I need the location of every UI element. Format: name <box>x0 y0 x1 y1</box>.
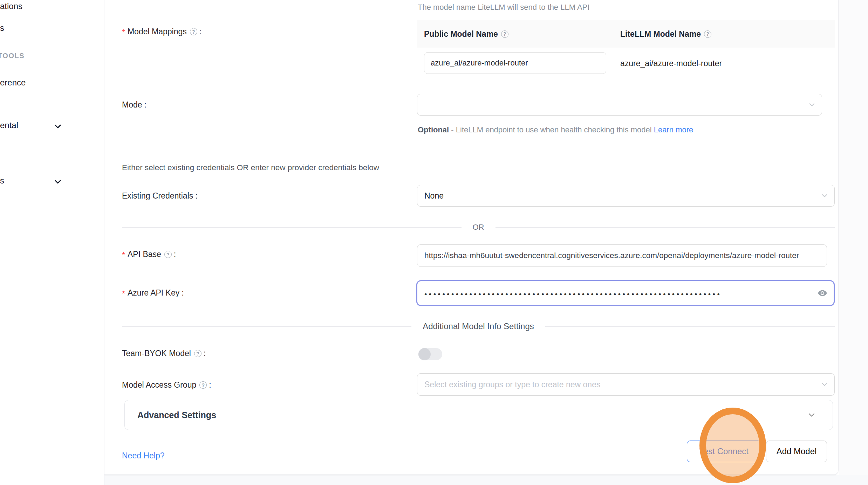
toggle-knob <box>418 348 431 360</box>
chevron-down-icon <box>808 101 816 109</box>
learn-more-link[interactable]: Learn more <box>654 125 693 134</box>
colon: : <box>144 100 146 110</box>
colon: : <box>174 250 176 259</box>
mode-label: Mode : <box>122 100 146 110</box>
colon: : <box>182 288 184 298</box>
additional-settings-divider: Additional Model Info Settings <box>122 321 835 331</box>
api-base-value: https://ishaa-mh6uutut-swedencentral.cog… <box>424 251 799 260</box>
mode-help-bold: Optional <box>418 125 449 134</box>
required-marker: * <box>122 27 125 37</box>
or-divider: OR <box>122 223 835 232</box>
colon: : <box>209 380 211 390</box>
litellm-model-name-value: azure_ai/azure-model-router <box>620 48 722 79</box>
azure-api-key-label-text: Azure API Key <box>128 288 179 298</box>
sidebar: ations s TOOLS erence ental s <box>0 0 104 485</box>
model-mappings-label: * Model Mappings ? : <box>122 27 201 37</box>
add-model-form: The model name LiteLLM will send to the … <box>104 0 839 475</box>
public-model-name-input[interactable] <box>424 52 606 74</box>
help-question-icon[interactable]: ? <box>501 30 508 38</box>
model-access-group-label: Model Access Group ? : <box>122 380 211 390</box>
sidebar-item-3-label: erence <box>0 78 26 87</box>
model-mappings-label-text: Model Mappings <box>128 27 187 36</box>
divider-line <box>122 227 462 228</box>
api-base-input[interactable]: https://ishaa-mh6uutut-swedencentral.cog… <box>417 244 827 267</box>
mode-help-body: - LiteLLM endpoint to use when health ch… <box>449 125 654 134</box>
team-byok-toggle[interactable] <box>418 348 442 360</box>
help-question-icon[interactable]: ? <box>190 28 197 35</box>
advanced-settings-panel[interactable]: Advanced Settings <box>124 400 833 430</box>
team-byok-label: Team-BYOK Model ? : <box>122 349 206 358</box>
existing-credentials-value: None <box>424 191 444 201</box>
sidebar-item-2[interactable]: s <box>0 23 4 33</box>
colon: : <box>195 191 197 201</box>
api-base-label-text: API Base <box>128 250 161 259</box>
divider-line <box>545 326 835 327</box>
mappings-table-row: azure_ai/azure-model-router <box>417 48 835 79</box>
chevron-down-icon <box>820 192 829 200</box>
model-mappings-table: Public Model Name ? LiteLLM Model Name ?… <box>417 20 835 79</box>
test-connect-button[interactable]: Test Connect <box>687 441 761 462</box>
sidebar-item-1-label: ations <box>0 1 22 11</box>
help-question-icon[interactable]: ? <box>704 30 711 38</box>
show-password-eye-icon[interactable] <box>818 288 827 298</box>
model-access-group-input[interactable] <box>424 380 815 389</box>
add-model-button[interactable]: Add Model <box>766 441 827 462</box>
sidebar-item-5-label: s <box>0 176 4 185</box>
chevron-down-icon <box>53 176 63 187</box>
masked-api-key-value: ••••••••••••••••••••••••••••••••••••••••… <box>424 288 722 298</box>
public-model-name-header-text: Public Model Name <box>424 29 498 39</box>
sidebar-item-5[interactable]: s <box>0 176 4 186</box>
azure-api-key-label: * Azure API Key : <box>122 288 184 298</box>
credentials-note: Either select existing credentials OR en… <box>122 163 379 172</box>
page-bottom-margin <box>104 475 868 485</box>
sidebar-item-4[interactable]: ental <box>0 120 18 130</box>
advanced-settings-title: Advanced Settings <box>137 410 807 420</box>
chevron-down-icon <box>820 380 829 389</box>
help-question-icon[interactable]: ? <box>199 381 207 389</box>
azure-api-key-input[interactable]: ••••••••••••••••••••••••••••••••••••••••… <box>416 280 835 306</box>
mode-help-text: Optional - LiteLLM endpoint to use when … <box>418 123 709 137</box>
team-byok-label-text: Team-BYOK Model <box>122 349 191 358</box>
required-marker: * <box>122 249 125 259</box>
divider-line <box>495 227 835 228</box>
page-right-margin <box>839 0 868 485</box>
litellm-model-name-header-text: LiteLLM Model Name <box>620 29 701 39</box>
api-base-label: * API Base ? : <box>122 249 176 259</box>
colon: : <box>199 27 201 36</box>
additional-settings-divider-label: Additional Model Info Settings <box>423 321 534 331</box>
required-marker: * <box>122 288 125 298</box>
sidebar-item-4-label: ental <box>0 120 18 130</box>
mode-label-text: Mode <box>122 100 142 110</box>
sidebar-item-1[interactable]: ations <box>0 1 22 11</box>
help-question-icon[interactable]: ? <box>194 350 201 357</box>
colon: : <box>204 349 206 358</box>
divider-line <box>122 326 411 327</box>
public-model-name-header: Public Model Name ? <box>417 26 615 42</box>
or-divider-label: OR <box>473 223 484 232</box>
model-name-hint: The model name LiteLLM will send to the … <box>418 3 589 12</box>
existing-credentials-label-text: Existing Credentials <box>122 191 193 201</box>
litellm-model-name-header: LiteLLM Model Name ? <box>615 29 835 39</box>
sidebar-section-tools: TOOLS <box>0 52 25 60</box>
sidebar-item-2-label: s <box>0 23 4 33</box>
chevron-down-icon <box>53 121 63 132</box>
mode-select[interactable] <box>417 94 822 116</box>
help-question-icon[interactable]: ? <box>164 251 172 258</box>
chevron-down-icon <box>807 410 816 420</box>
model-access-group-select[interactable] <box>417 373 835 396</box>
model-access-group-label-text: Model Access Group <box>122 380 196 390</box>
mappings-table-header: Public Model Name ? LiteLLM Model Name ? <box>417 20 835 48</box>
need-help-link[interactable]: Need Help? <box>122 451 164 460</box>
existing-credentials-select[interactable]: None <box>417 185 835 207</box>
sidebar-item-3[interactable]: erence <box>0 78 26 88</box>
existing-credentials-label: Existing Credentials : <box>122 191 198 201</box>
